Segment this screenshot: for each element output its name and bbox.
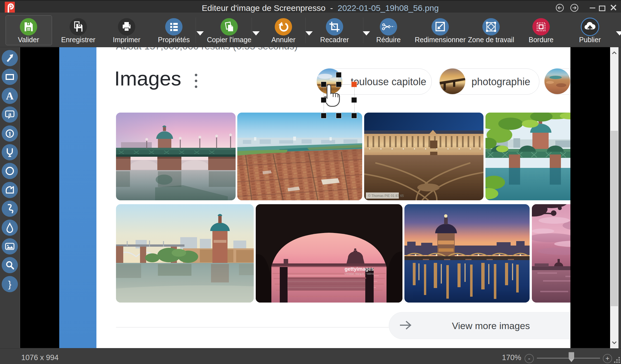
svg-text:1: 1 xyxy=(8,130,11,137)
svg-text:}: } xyxy=(8,279,11,289)
svg-text:© Thomas PIE 01 87 65: © Thomas PIE 01 87 65 xyxy=(368,194,404,198)
svg-text:A: A xyxy=(6,90,14,102)
svg-text:a: a xyxy=(8,110,11,117)
svg-text:gettyimages: gettyimages xyxy=(345,266,374,272)
svg-text:Christian Marquis - Valérie: Christian Marquis - Valérie xyxy=(345,272,374,275)
